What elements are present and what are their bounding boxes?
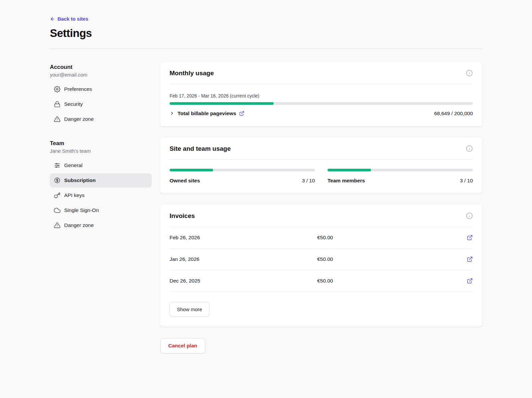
team-name: Jane Smith's team — [50, 148, 152, 154]
invoice-row: Jan 26, 2026 €50.00 — [170, 249, 473, 270]
team-members-progress-track — [328, 169, 473, 171]
key-icon — [54, 192, 61, 199]
page-header: Back to sites Settings — [50, 16, 482, 40]
monthly-usage-title: Monthly usage — [170, 70, 214, 77]
arrow-left-icon — [50, 16, 55, 22]
sidebar-item-label: Danger zone — [64, 222, 94, 228]
invoice-amount: €50.00 — [317, 235, 465, 241]
pageviews-label: Total billable pageviews — [178, 110, 236, 116]
gear-icon — [54, 86, 61, 93]
lock-icon — [54, 101, 61, 107]
team-members-progress-fill — [328, 169, 371, 171]
sidebar-item-api-keys[interactable]: API keys — [50, 188, 152, 202]
owned-sites-label: Owned sites — [170, 178, 200, 184]
sidebar-team-section: Team Jane Smith's team General Subscript… — [50, 140, 152, 232]
sidebar-item-label: Preferences — [64, 86, 92, 92]
team-members-value: 3 / 10 — [460, 178, 473, 184]
adjustments-icon — [54, 162, 61, 169]
team-heading: Team — [50, 140, 152, 147]
invoice-date: Dec 26, 2025 — [170, 278, 317, 284]
site-team-usage-card: Site and team usage Owned sites 3 / 10 — [160, 137, 482, 194]
invoice-row: Feb 26, 2026 €50.00 — [170, 227, 473, 249]
currency-circle-icon — [54, 177, 61, 184]
cancel-plan-button[interactable]: Cancel plan — [160, 338, 205, 353]
external-link-icon — [239, 111, 244, 116]
invoices-card: Invoices Feb 26, 2026 €50.00 — [160, 205, 482, 327]
sidebar-item-label: Single Sign-On — [64, 207, 99, 213]
sidebar-item-label: General — [64, 162, 82, 168]
invoice-amount: €50.00 — [317, 278, 465, 284]
sidebar-item-label: Subscription — [64, 177, 96, 183]
team-nav: General Subscription API keys — [50, 158, 152, 232]
account-nav: Preferences Security Danger zone — [50, 82, 152, 126]
chevron-right-icon — [170, 111, 175, 116]
main-content: Monthly usage Feb 17, 2026 - Mar 16, 202… — [160, 62, 482, 353]
sidebar-account-section: Account your@email.com Preferences Secur… — [50, 64, 152, 126]
invoice-row: Dec 26, 2025 €50.00 — [170, 270, 473, 292]
sidebar-item-security[interactable]: Security — [50, 97, 152, 111]
invoice-date: Feb 26, 2026 — [170, 235, 317, 241]
account-heading: Account — [50, 64, 152, 71]
site-team-usage-info-button[interactable] — [466, 145, 473, 152]
external-link-icon — [467, 278, 473, 284]
pageviews-progress-fill — [170, 102, 274, 105]
team-members-label: Team members — [328, 178, 365, 184]
sidebar-item-danger-zone-account[interactable]: Danger zone — [50, 112, 152, 126]
owned-sites-progress-track — [170, 169, 315, 171]
owned-sites-value: 3 / 10 — [302, 178, 315, 184]
info-icon — [466, 212, 473, 219]
site-team-usage-title: Site and team usage — [170, 145, 231, 152]
pageviews-usage-value: 68,649 / 200,000 — [434, 110, 473, 116]
sidebar-item-preferences[interactable]: Preferences — [50, 82, 152, 96]
header-divider — [50, 48, 482, 49]
back-to-sites-label: Back to sites — [58, 16, 88, 22]
settings-sidebar: Account your@email.com Preferences Secur… — [50, 62, 152, 232]
invoice-external-link[interactable] — [467, 278, 473, 284]
invoice-external-link[interactable] — [467, 256, 473, 262]
warning-triangle-icon — [54, 116, 61, 122]
pageviews-expander-button[interactable]: Total billable pageviews — [170, 110, 236, 116]
invoices-title: Invoices — [170, 212, 195, 220]
team-members-meter: Team members 3 / 10 — [328, 169, 473, 184]
sidebar-item-subscription[interactable]: Subscription — [50, 173, 152, 187]
sidebar-item-danger-zone-team[interactable]: Danger zone — [50, 218, 152, 232]
cloud-icon — [54, 207, 61, 214]
page-title: Settings — [50, 27, 482, 40]
external-link-icon — [467, 256, 473, 262]
settings-page: Back to sites Settings Account your@emai… — [0, 0, 532, 398]
invoice-amount: €50.00 — [317, 256, 465, 262]
sidebar-item-general[interactable]: General — [50, 158, 152, 172]
external-link-icon — [467, 235, 473, 241]
billing-cycle-label: Feb 17, 2026 - Mar 16, 2026 (current cyc… — [170, 93, 473, 99]
monthly-usage-info-button[interactable] — [466, 70, 473, 77]
invoices-info-button[interactable] — [466, 212, 473, 219]
monthly-usage-card: Monthly usage Feb 17, 2026 - Mar 16, 202… — [160, 62, 482, 126]
invoice-date: Jan 26, 2026 — [170, 256, 317, 262]
back-to-sites-link[interactable]: Back to sites — [50, 16, 88, 22]
sidebar-item-label: API keys — [64, 192, 84, 198]
owned-sites-progress-fill — [170, 169, 213, 171]
info-icon — [466, 145, 473, 152]
owned-sites-meter: Owned sites 3 / 10 — [170, 169, 315, 184]
sidebar-item-single-sign-on[interactable]: Single Sign-On — [50, 203, 152, 217]
info-icon — [466, 70, 473, 77]
account-email: your@email.com — [50, 72, 152, 78]
warning-triangle-icon — [54, 222, 61, 229]
sidebar-item-label: Security — [64, 101, 83, 107]
pageviews-external-link[interactable] — [239, 111, 244, 116]
pageviews-progress-track — [170, 102, 473, 105]
sidebar-item-label: Danger zone — [64, 116, 94, 122]
show-more-button[interactable]: Show more — [170, 302, 209, 317]
invoice-external-link[interactable] — [467, 235, 473, 241]
